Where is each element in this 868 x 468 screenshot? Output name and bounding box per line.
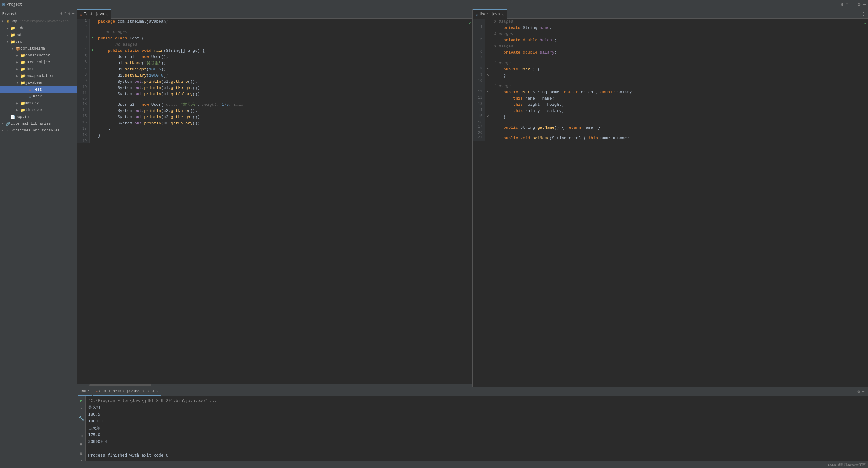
run-tab-close[interactable]: ✕	[156, 390, 158, 393]
sidebar-item-createobject[interactable]: ▶ 📁 createobject	[0, 59, 77, 66]
run-layout-icon[interactable]: ⊞	[79, 433, 83, 439]
line-num: 12	[473, 96, 485, 102]
pin-icon[interactable]: —	[862, 389, 864, 394]
line-gutter	[89, 54, 96, 60]
line-gutter	[89, 41, 96, 48]
sidebar-item-thisdemo[interactable]: ▶ 📁 thisdemo	[0, 107, 77, 113]
run-up-icon[interactable]: ↑	[79, 406, 83, 412]
right-code-area[interactable]: ✓ 3 usages 4 priv	[473, 19, 868, 387]
tab-test-close[interactable]: ✕	[106, 12, 108, 16]
left-horizontal-scroll[interactable]	[77, 383, 472, 387]
table-row: 6 u1.setName("吴彦祖");	[77, 60, 472, 66]
tab-user-close[interactable]: ✕	[502, 12, 504, 16]
sidebar-item-memory[interactable]: ▶ 📁 memory	[0, 100, 77, 107]
sidebar-item-external-libs[interactable]: ▶ 🔗 External Libraries	[0, 120, 77, 127]
tab-user-label: User.java	[479, 12, 500, 16]
code-line: System.out.println(u1.getSalary());	[96, 91, 472, 97]
output-line-3: 1000.0	[88, 418, 866, 425]
tab-user-java[interactable]: ☕ User.java ✕	[473, 9, 507, 19]
settings-icon[interactable]: ⚙	[858, 389, 860, 394]
table-row: 2	[77, 25, 472, 29]
line-gutter	[485, 79, 491, 83]
run-down-icon[interactable]: ↓	[79, 424, 83, 430]
list-icon[interactable]: ≡	[846, 2, 848, 7]
sidebar-item-com-itheima[interactable]: ▼ 📦 com.itheima	[0, 45, 77, 52]
run-play-icon[interactable]: ▶	[79, 397, 83, 404]
ext-libs-icon: 🔗	[5, 122, 10, 126]
line-gutter	[89, 120, 96, 127]
sidebar-item-out[interactable]: ▶ 📁 out	[0, 32, 77, 38]
code-line	[491, 131, 868, 135]
tree-label-constructor: constructor	[26, 53, 50, 58]
sidebar-item-demo[interactable]: ▶ 📁 demo	[0, 66, 77, 73]
sidebar-item-idea[interactable]: ▶ 📁 .idea	[0, 25, 77, 32]
table-row: 17 public String getName() { return name…	[473, 125, 868, 131]
more-icon[interactable]: ⋮	[851, 2, 855, 7]
tab-test-label: Test.java	[84, 12, 104, 16]
nav-icon[interactable]: ⊕	[841, 2, 843, 7]
sidebar-item-encapsulation[interactable]: ▶ 📁 encapsulation	[0, 73, 77, 79]
code-line: u1.setName("吴彦祖");	[96, 60, 472, 66]
right-tab-more[interactable]: ⋮	[859, 9, 868, 18]
sidebar-item-scratches[interactable]: ▶ ✏ Scratches and Consoles	[0, 127, 77, 134]
code-line: System.out.println(u1.getName());	[96, 79, 472, 85]
left-editor-pane: ☕ Test.java ✕ ⋮ ✓ 1	[77, 9, 473, 387]
sidebar-minimize-icon[interactable]: —	[72, 11, 74, 15]
run-list-icon[interactable]: ≡	[79, 442, 83, 448]
table-row: 19	[77, 139, 472, 143]
sidebar-item-test[interactable]: ☕ Test	[0, 86, 77, 93]
left-tab-more[interactable]: ⋮	[464, 9, 472, 18]
main-layout: Project ⊕ ≡ ⚙ — ▼ ▣ oop D:\Workspace\jav…	[0, 9, 868, 461]
sidebar-collapse-icon[interactable]: ≡	[64, 11, 66, 15]
table-row: 7 u1.setHeight(180.5);	[77, 66, 472, 73]
code-line: System.out.println(u1.getHeight());	[96, 85, 472, 91]
sidebar-item-src[interactable]: ▼ 📁 src	[0, 38, 77, 45]
code-line: private double height;	[491, 37, 868, 43]
line-num: 11	[473, 89, 485, 96]
line-gutter	[89, 66, 96, 73]
gear-icon[interactable]: ⚙	[858, 2, 860, 7]
sidebar-item-user[interactable]: ☕ User	[0, 93, 77, 100]
line-num: 16	[473, 120, 485, 125]
line-gutter	[89, 79, 96, 85]
code-hint: no usages	[96, 41, 472, 48]
line-num: 19	[77, 139, 89, 143]
run-sort-icon[interactable]: ⇅	[79, 450, 83, 457]
tab-run-config[interactable]: ☕ com.itheima.javabean.Test ✕	[93, 388, 161, 396]
table-row: 13 User u2 = new User( name: "古天乐", heig…	[77, 102, 472, 108]
line-num: 13	[473, 102, 485, 108]
code-line: }	[491, 73, 868, 79]
sidebar-item-oop[interactable]: ▼ ▣ oop D:\Workspace\javaWorkspa	[0, 18, 77, 25]
run-config-icon: ☕	[96, 389, 98, 393]
bottom-panel: Run: ☕ com.itheima.javabean.Test ✕ ⚙ — ▶…	[77, 387, 868, 461]
tab-test-java[interactable]: ☕ Test.java ✕	[77, 9, 112, 19]
sidebar-item-javabean[interactable]: ▼ 📁 javabean	[0, 79, 77, 86]
right-check-icon: ✓	[864, 21, 867, 26]
tab-test-icon: ☕	[80, 12, 82, 16]
tree-label-out: out	[16, 33, 22, 37]
run-content: ▶ ↑ 🔧 ↓ ⊞ ≡ ⇅ 🗑 "C:\Program Files\Java\j…	[77, 396, 868, 461]
tree-arrow-javabean: ▼	[15, 81, 20, 85]
line-num: 7	[77, 66, 89, 73]
line-gutter: ⌐	[89, 127, 96, 133]
table-row: 4 private String name;	[473, 25, 868, 31]
line-num	[473, 43, 485, 49]
line-gutter	[485, 31, 491, 37]
sidebar-settings-icon[interactable]: ⚙	[68, 11, 70, 15]
src-folder-icon: 📁	[10, 40, 16, 44]
sidebar-sync-icon[interactable]: ⊕	[61, 11, 63, 15]
table-row: 9 System.out.println(u1.getName());	[77, 79, 472, 85]
line-gutter	[485, 135, 491, 141]
line-gutter	[89, 25, 96, 29]
run-wrench-icon[interactable]: 🔧	[78, 415, 85, 422]
thisdemo-folder-icon: 📁	[20, 108, 26, 112]
tree-label-iml: oop.iml	[16, 115, 31, 119]
sidebar-item-oop-iml[interactable]: 📄 oop.iml	[0, 113, 77, 120]
minimize-icon[interactable]: —	[863, 2, 866, 7]
code-line: System.out.println(u2.getHeight());	[96, 114, 472, 120]
sidebar-item-constructor[interactable]: ▶ 📁 constructor	[0, 52, 77, 59]
tree-arrow-constructor: ▶	[15, 54, 20, 57]
table-row: 15 System.out.println(u2.getHeight());	[77, 114, 472, 120]
constructor-folder-icon: 📁	[20, 53, 26, 58]
left-code-area[interactable]: ✓ 1 package com.itheima.javabean; 2	[77, 19, 472, 383]
